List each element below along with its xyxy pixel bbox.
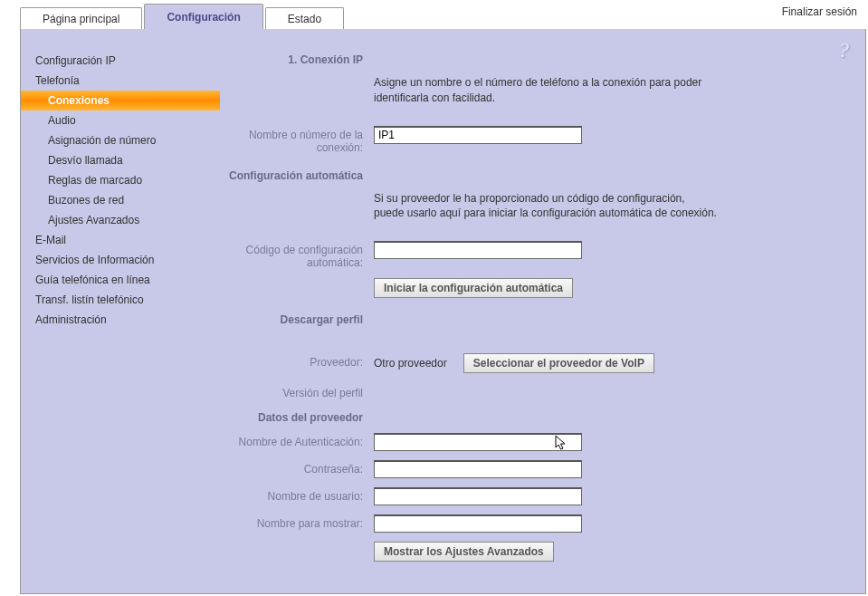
display-name-label: Nombre para mostrar: <box>229 514 374 533</box>
nav-call-divert[interactable]: Desvío llamada <box>21 150 220 170</box>
section-ip-connection-title: 1. Conexión IP <box>229 51 374 66</box>
connection-name-label: Nombre o número de la conexión: <box>229 126 374 154</box>
username-label: Nombre de usuario: <box>229 487 374 505</box>
name-description: Asigne un nombre o el número de teléfono… <box>374 75 718 106</box>
tab-home[interactable]: Página principal <box>20 7 142 29</box>
profile-version-value <box>374 384 847 399</box>
nav-email[interactable]: E-Mail <box>21 230 220 250</box>
download-profile-section-title: Descargar perfil <box>229 311 374 326</box>
nav-audio[interactable]: Audio <box>21 111 220 130</box>
provider-label: Proveedor: <box>229 353 374 373</box>
auth-name-input[interactable] <box>374 433 582 451</box>
tab-config[interactable]: Configuración <box>144 4 262 29</box>
password-input[interactable] <box>374 460 582 478</box>
help-icon[interactable]: ? <box>838 38 856 62</box>
nav-telephony[interactable]: Telefonía <box>21 71 220 91</box>
auto-config-code-label: Código de configuración automática: <box>229 241 374 269</box>
auto-config-description: Si su proveedor le ha proporcionado un c… <box>374 191 718 222</box>
main-content: 1. Conexión IP Asigne un nombre o el núm… <box>220 29 865 593</box>
nav-administration[interactable]: Administración <box>21 310 220 330</box>
start-auto-config-button[interactable]: Iniciar la configuración automática <box>374 278 573 298</box>
content-area: ? Configuración IP Telefonía Conexiones … <box>20 29 866 594</box>
provider-value: Otro proveedor <box>374 357 447 370</box>
provider-data-section-title: Datos del proveedor <box>229 409 374 424</box>
nav-network-mailboxes[interactable]: Buzones de red <box>21 190 220 210</box>
nav-connections[interactable]: Conexiones <box>21 91 220 111</box>
username-input[interactable] <box>374 487 582 505</box>
nav-online-phonebook[interactable]: Guía telefónica en línea <box>21 270 220 290</box>
auth-name-label: Nombre de Autenticación: <box>229 433 374 451</box>
auto-config-code-input[interactable] <box>374 241 582 259</box>
profile-version-label: Versión del perfil <box>229 384 374 399</box>
top-tab-bar: Página principal Configuración Estado Fi… <box>0 0 868 29</box>
password-label: Contraseña: <box>229 460 374 478</box>
nav-number-assignment[interactable]: Asignación de número <box>21 130 220 150</box>
nav-dialing-rules[interactable]: Reglas de marcado <box>21 170 220 190</box>
sidebar: Configuración IP Telefonía Conexiones Au… <box>21 29 220 593</box>
logout-link[interactable]: Finalizar sesión <box>782 5 857 18</box>
nav-phonebook-transfer[interactable]: Transf. listín telefónico <box>21 290 220 310</box>
select-voip-provider-button[interactable]: Seleccionar el proveedor de VoIP <box>463 353 654 373</box>
nav-info-services[interactable]: Servicios de Información <box>21 250 220 270</box>
display-name-input[interactable] <box>374 514 582 533</box>
nav-ip-config[interactable]: Configuración IP <box>21 51 220 71</box>
auto-config-section-title: Configuración automática <box>229 167 374 182</box>
nav-advanced-settings[interactable]: Ajustes Avanzados <box>21 210 220 230</box>
show-advanced-button[interactable]: Mostrar los Ajustes Avanzados <box>374 542 554 562</box>
connection-name-input[interactable] <box>374 126 582 144</box>
tab-status[interactable]: Estado <box>265 7 344 29</box>
